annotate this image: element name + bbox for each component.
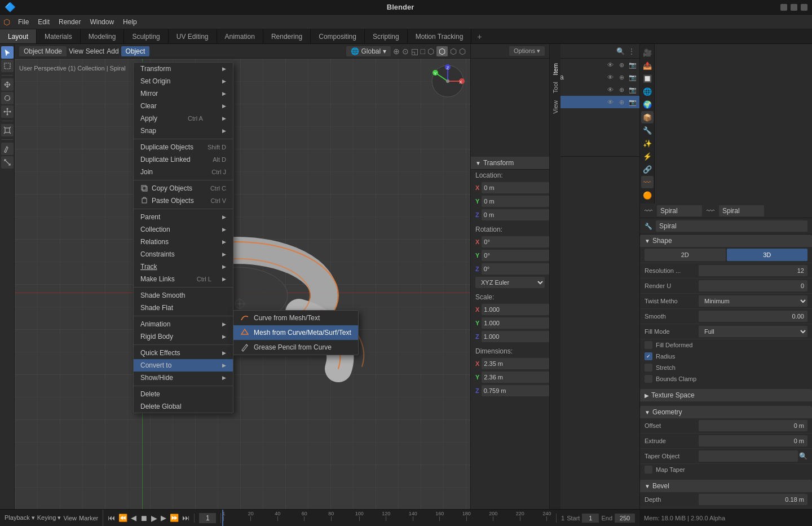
rot-mode-select[interactable]: XYZ Euler xyxy=(475,277,545,288)
maximize-btn[interactable] xyxy=(791,4,797,11)
submenu-mesh-from-curve[interactable]: Mesh from Curve/Meta/Surf/Text xyxy=(233,325,358,340)
fill-deformed-checkbox[interactable] xyxy=(645,341,652,349)
tab-scripting[interactable]: Scripting xyxy=(365,29,408,43)
ctx-item-join[interactable]: Join Ctrl J xyxy=(134,166,233,178)
tab-modeling[interactable]: Modeling xyxy=(81,29,125,43)
shading-wire-btn[interactable]: ⬡ xyxy=(427,47,434,56)
twist-method-select[interactable]: Minimum xyxy=(699,295,807,307)
tool-transform[interactable] xyxy=(1,124,14,136)
marker-label[interactable]: Marker xyxy=(79,515,98,521)
ctx-item-shade-smooth[interactable]: Shade Smooth xyxy=(134,289,233,302)
ctx-item-relations[interactable]: Relations xyxy=(134,236,233,248)
object-menu-btn[interactable]: Object xyxy=(121,46,150,56)
tool-move[interactable] xyxy=(1,78,14,91)
render-u-input[interactable]: 0 xyxy=(699,280,807,291)
jump-end-btn[interactable]: ⏭ xyxy=(181,514,191,522)
ctx-item-snap[interactable]: Snap xyxy=(134,125,233,137)
ctx-item-set-origin[interactable]: Set Origin xyxy=(134,75,233,87)
tool-rotate[interactable] xyxy=(1,92,14,104)
ctx-item-show-hide[interactable]: Show/Hide xyxy=(134,372,233,384)
rot-z-input[interactable] xyxy=(482,263,549,275)
play-btn[interactable]: ▶ xyxy=(150,514,158,523)
props-tab-data[interactable]: 〰 xyxy=(641,176,654,188)
props-tab-material[interactable]: 🟠 xyxy=(641,189,654,201)
texture-space-header[interactable]: ▶ Texture Space xyxy=(640,389,812,401)
options-btn[interactable]: Options ▾ xyxy=(509,46,545,56)
props-tab-output[interactable]: 📤 xyxy=(641,59,654,72)
ctx-item-delete[interactable]: Delete xyxy=(134,388,233,400)
ctx-item-collection[interactable]: Collection xyxy=(134,223,233,236)
tab-uv-editing[interactable]: UV Editing xyxy=(169,29,217,43)
submenu-grease-pencil[interactable]: Grease Pencil from Curve xyxy=(233,340,358,355)
btn-2d[interactable]: 2D xyxy=(645,249,726,261)
select-menu-btn[interactable]: Select xyxy=(86,47,104,55)
fill-mode-select[interactable]: Full xyxy=(699,326,807,337)
props-tab-modifier[interactable]: 🔧 xyxy=(641,124,654,136)
props-tab-particles[interactable]: ✨ xyxy=(641,137,654,149)
ctx-item-mirror[interactable]: Mirror xyxy=(134,87,233,100)
ctx-item-shade-flat[interactable]: Shade Flat xyxy=(134,302,233,314)
menu-help[interactable]: Help xyxy=(118,15,142,29)
jump-start-btn[interactable]: ⏮ xyxy=(107,514,116,522)
ctx-item-apply[interactable]: Apply Ctrl A xyxy=(134,112,233,125)
extrude-input[interactable]: 0 m xyxy=(699,435,807,447)
tab-layout[interactable]: Layout xyxy=(0,29,37,43)
tab-tool[interactable]: Tool xyxy=(552,79,559,95)
props-tab-scene[interactable]: 🌐 xyxy=(641,85,654,98)
outliner-filter-icon[interactable]: 🔍 xyxy=(616,47,625,55)
rot-x-input[interactable] xyxy=(482,236,549,247)
tab-add[interactable]: + xyxy=(471,30,487,43)
ctx-item-transform[interactable]: Transform xyxy=(134,63,233,75)
ctx-item-delete-global[interactable]: Delete Global xyxy=(134,400,233,413)
loc-z-input[interactable] xyxy=(482,209,549,220)
prev-key-btn[interactable]: ◀ xyxy=(130,514,138,522)
tool-annotate[interactable] xyxy=(1,143,14,155)
props-tab-world[interactable]: 🌍 xyxy=(641,98,654,110)
menu-window[interactable]: Window xyxy=(85,15,118,29)
minimize-btn[interactable] xyxy=(780,4,787,11)
loc-x-input[interactable] xyxy=(482,182,549,193)
stop-btn[interactable]: ⏹ xyxy=(139,514,149,523)
props-tab-view[interactable]: 🔲 xyxy=(641,72,654,85)
radius-checkbox[interactable]: ✓ xyxy=(645,352,652,360)
dim-x-input[interactable] xyxy=(482,358,549,369)
ctx-item-parent[interactable]: Parent xyxy=(134,211,233,223)
tab-compositing[interactable]: Compositing xyxy=(311,29,365,43)
tool-scale[interactable] xyxy=(1,105,14,118)
object-mode-btn[interactable]: Object Mode xyxy=(19,46,67,56)
scale-x-input[interactable] xyxy=(482,304,549,315)
light-render-icon[interactable]: 📷 xyxy=(628,86,637,94)
prev-frame-btn[interactable]: ⏪ xyxy=(117,514,129,522)
overlay-btn[interactable]: ◱ xyxy=(411,47,418,56)
spiral-eye-icon[interactable]: 👁 xyxy=(606,99,615,105)
scale-y-input[interactable] xyxy=(482,317,549,329)
proportional-btn[interactable]: ⊙ xyxy=(402,47,409,56)
menu-render[interactable]: Render xyxy=(54,15,85,29)
collection-eye-icon[interactable]: 👁 xyxy=(606,61,615,68)
submenu-curve-from-mesh[interactable]: Curve from Mesh/Text xyxy=(233,311,358,325)
props-tab-object[interactable]: 📦 xyxy=(641,111,654,123)
tab-motion-tracking[interactable]: Motion Tracking xyxy=(408,29,472,43)
start-frame-input[interactable]: 1 xyxy=(582,514,599,523)
spiral-cursor-icon[interactable]: ⊕ xyxy=(617,99,626,106)
ctx-item-make-links[interactable]: Make Links Ctrl L xyxy=(134,273,233,285)
tab-materials[interactable]: Materials xyxy=(37,29,81,43)
shading-material-btn[interactable]: ⬡ xyxy=(450,47,457,56)
dim-z-input[interactable] xyxy=(482,385,549,396)
view-menu-btn[interactable]: View xyxy=(69,47,83,55)
timeline-track[interactable]: 1 20 40 60 80 100 xyxy=(221,510,556,526)
tab-sculpting[interactable]: Sculpting xyxy=(124,29,168,43)
taper-picker-icon[interactable]: 🔍 xyxy=(799,452,807,460)
props-tab-constraints[interactable]: 🔗 xyxy=(641,163,654,175)
tab-item[interactable]: Item xyxy=(552,61,559,77)
loc-y-input[interactable] xyxy=(482,196,549,207)
bevel-header[interactable]: ▼ Bevel xyxy=(640,480,812,492)
shading-render-btn[interactable]: ⬡ xyxy=(459,47,466,56)
geometry-header[interactable]: ▼ Geometry xyxy=(640,406,812,418)
bevel-depth-input[interactable]: 0.18 m xyxy=(699,494,807,505)
snap-btn[interactable]: ⊕ xyxy=(393,47,400,56)
ctx-item-constraints[interactable]: Constraints xyxy=(134,248,233,260)
menu-file[interactable]: File xyxy=(14,15,33,29)
ctx-item-dup-objects[interactable]: Duplicate Objects Shift D xyxy=(134,141,233,153)
ctx-item-animation[interactable]: Animation xyxy=(134,318,233,330)
